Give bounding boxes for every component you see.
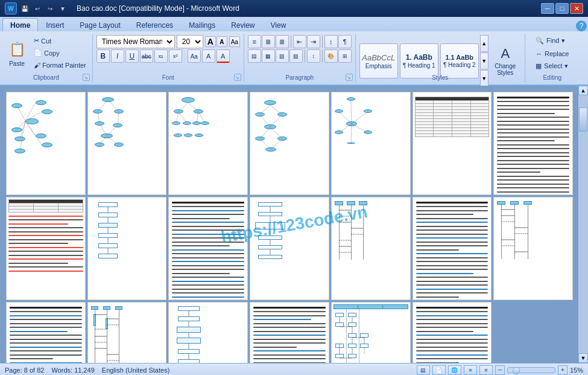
text-line	[416, 358, 488, 359]
tab-view[interactable]: View	[263, 18, 294, 31]
thumb-19[interactable]	[250, 302, 329, 363]
thumb-21[interactable]	[413, 302, 492, 363]
numbering-button[interactable]: ≣	[262, 35, 275, 48]
thumb-11[interactable]	[250, 197, 329, 300]
tab-home[interactable]: Home	[2, 18, 38, 31]
text-line	[253, 358, 326, 359]
paste-button[interactable]: 📋 Paste	[4, 35, 30, 71]
align-center-button[interactable]: ▦	[262, 50, 275, 63]
thumb-3[interactable]	[168, 92, 248, 195]
font-shrink-button[interactable]: A	[217, 36, 227, 47]
align-right-button[interactable]: ▧	[276, 50, 289, 63]
indent-dec-button[interactable]: ⇤	[293, 35, 306, 48]
tab-references[interactable]: References	[128, 18, 181, 31]
highlight-button[interactable]: A	[202, 50, 215, 63]
italic-button[interactable]: I	[111, 50, 124, 63]
title-controls: ─ □ ✕	[541, 3, 583, 14]
subscript-button[interactable]: x₂	[154, 50, 168, 63]
thumb-7[interactable]	[493, 92, 573, 195]
replace-button[interactable]: ↔ Replace	[533, 48, 571, 59]
clear-formatting-button[interactable]: Aa	[229, 36, 240, 47]
copy-button[interactable]: 📄 Copy	[31, 47, 89, 59]
quick-save[interactable]: 💾	[19, 3, 30, 14]
full-reading-view[interactable]: 📄	[432, 365, 446, 375]
tab-insert[interactable]: Insert	[38, 18, 72, 31]
draft-view[interactable]: ≡	[479, 365, 493, 375]
quick-redo[interactable]: ↪	[45, 3, 55, 14]
styles-scroll-down[interactable]: ▼	[480, 53, 488, 69]
thumb-18[interactable]	[168, 302, 248, 363]
text-line	[172, 284, 244, 286]
quick-dropdown[interactable]: ▼	[57, 3, 68, 14]
thumb-13[interactable]	[413, 197, 492, 300]
scroll-thumb[interactable]	[579, 107, 587, 132]
zoom-in-button[interactable]: +	[558, 365, 567, 375]
thumb-6[interactable]	[413, 92, 492, 195]
tab-mailings[interactable]: Mailings	[181, 18, 223, 31]
font-grow-button[interactable]: A	[205, 36, 216, 47]
sort-button[interactable]: ↕	[324, 35, 338, 48]
bullets-button[interactable]: ≡	[248, 35, 261, 48]
tab-pagelayout[interactable]: Page Layout	[72, 18, 128, 31]
scroll-track[interactable]	[578, 95, 588, 353]
language[interactable]: English (United States)	[102, 367, 170, 374]
strikethrough-button[interactable]: abc	[140, 50, 153, 63]
style-heading2[interactable]: 1.1 AaBb ¶ Heading 2	[440, 43, 479, 79]
line-spacing-button[interactable]: ↕	[307, 50, 320, 63]
show-para-button[interactable]: ¶	[338, 35, 352, 48]
thumb-2[interactable]	[87, 92, 167, 195]
font-name-select[interactable]: Times New Roman	[96, 35, 175, 48]
thumb-5[interactable]	[331, 92, 411, 195]
cut-button[interactable]: ✂ Cut	[31, 35, 89, 46]
select-button[interactable]: ▦ Select ▾	[533, 60, 571, 72]
styles-scroll-up[interactable]: ▲	[480, 35, 488, 52]
thumb-15[interactable]	[493, 197, 573, 300]
shading-button[interactable]: 🎨	[324, 50, 338, 63]
font-expand[interactable]: ↘	[234, 74, 241, 81]
help-button[interactable]: ?	[576, 21, 587, 31]
print-layout-view[interactable]: ▤	[417, 365, 430, 375]
underline-button[interactable]: U	[125, 50, 139, 63]
tab-review[interactable]: Review	[223, 18, 262, 31]
thumb-8[interactable]	[6, 197, 86, 300]
font-size-select[interactable]: 20	[177, 35, 203, 48]
style-emphasis[interactable]: AaBbCcL Emphasis	[359, 43, 398, 79]
quick-undo[interactable]: ↩	[32, 3, 43, 14]
thumb-20[interactable]	[331, 302, 411, 363]
text-line	[416, 319, 488, 320]
superscript-button[interactable]: x²	[169, 50, 182, 63]
zoom-slider[interactable]	[507, 367, 555, 373]
zoom-thumb[interactable]	[513, 367, 520, 374]
scroll-down-button[interactable]: ▼	[578, 353, 588, 363]
paragraph-expand[interactable]: ↘	[346, 74, 353, 81]
thumb-1[interactable]	[6, 92, 86, 195]
find-button[interactable]: 🔍 Find ▾	[533, 35, 567, 46]
case-button[interactable]: Aa	[188, 50, 201, 63]
font-color-button[interactable]: A	[217, 50, 230, 63]
text-line	[416, 253, 488, 254]
zoom-out-button[interactable]: ─	[495, 365, 505, 375]
thumb-9[interactable]	[87, 197, 167, 300]
indent-inc-button[interactable]: ⇥	[307, 35, 320, 48]
text-line	[253, 307, 326, 309]
thumb-12[interactable]	[331, 197, 411, 300]
bold-button[interactable]: B	[96, 50, 110, 63]
scroll-up-button[interactable]: ▲	[578, 86, 588, 95]
thumb-17[interactable]	[87, 302, 167, 363]
borders-button[interactable]: ⊞	[338, 50, 352, 63]
web-layout-view[interactable]: 🌐	[448, 365, 461, 375]
format-painter-button[interactable]: 🖌 Format Painter	[31, 59, 89, 71]
justify-button[interactable]: ▨	[289, 50, 303, 63]
align-left-button[interactable]: ▤	[248, 50, 261, 63]
clipboard-expand[interactable]: ↘	[83, 74, 90, 81]
thumb-4[interactable]	[250, 92, 329, 195]
style-heading1[interactable]: 1. AaBb ¶ Heading 1	[400, 43, 438, 79]
thumb-16[interactable]	[6, 302, 86, 363]
multilevel-button[interactable]: ≣	[276, 35, 289, 48]
thumb-10[interactable]	[168, 197, 248, 300]
outline-view[interactable]: ≡	[464, 365, 477, 375]
close-button[interactable]: ✕	[570, 3, 583, 14]
maximize-button[interactable]: □	[555, 3, 569, 14]
change-styles-button[interactable]: A Change Styles	[490, 43, 521, 79]
minimize-button[interactable]: ─	[541, 3, 554, 14]
